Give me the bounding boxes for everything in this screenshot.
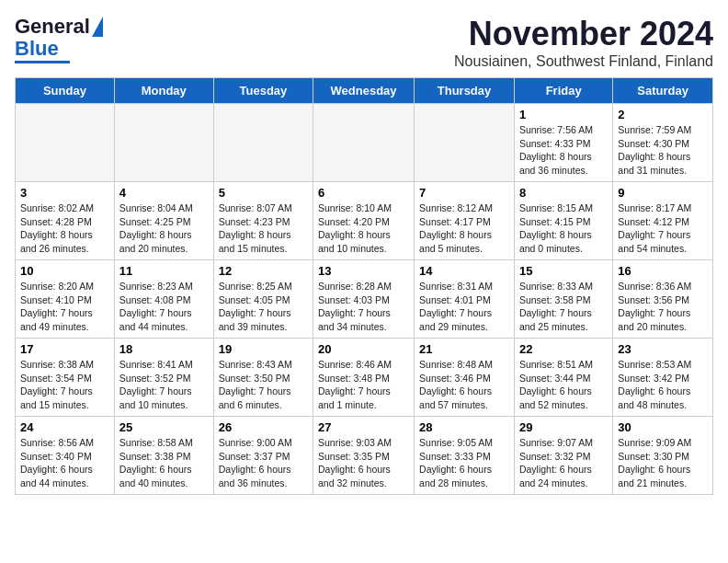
calendar-cell: 6Sunrise: 8:10 AM Sunset: 4:20 PM Daylig… <box>313 182 415 260</box>
day-number: 28 <box>419 420 509 434</box>
day-number: 18 <box>119 342 209 356</box>
day-info: Sunrise: 8:10 AM Sunset: 4:20 PM Dayligh… <box>318 201 409 256</box>
day-info: Sunrise: 8:41 AM Sunset: 3:52 PM Dayligh… <box>119 358 209 412</box>
calendar-cell: 12Sunrise: 8:25 AM Sunset: 4:05 PM Dayli… <box>213 260 313 339</box>
calendar-cell: 14Sunrise: 8:31 AM Sunset: 4:01 PM Dayli… <box>415 260 515 339</box>
day-info: Sunrise: 8:25 AM Sunset: 4:05 PM Dayligh… <box>219 280 308 334</box>
day-number: 22 <box>519 342 608 356</box>
calendar-cell: 28Sunrise: 9:05 AM Sunset: 3:33 PM Dayli… <box>415 417 515 495</box>
day-info: Sunrise: 9:03 AM Sunset: 3:35 PM Dayligh… <box>318 436 409 490</box>
col-header-wednesday: Wednesday <box>313 78 415 104</box>
location-subtitle: Nousiainen, Southwest Finland, Finland <box>454 53 713 70</box>
day-number: 8 <box>519 186 608 200</box>
day-info: Sunrise: 8:17 AM Sunset: 4:12 PM Dayligh… <box>618 201 708 256</box>
calendar-cell <box>313 104 415 182</box>
day-info: Sunrise: 9:00 AM Sunset: 3:37 PM Dayligh… <box>219 436 308 490</box>
logo: General Blue <box>15 15 103 63</box>
calendar-cell: 2Sunrise: 7:59 AM Sunset: 4:30 PM Daylig… <box>613 104 713 182</box>
day-number: 27 <box>318 420 409 434</box>
day-number: 17 <box>20 342 109 356</box>
day-info: Sunrise: 8:46 AM Sunset: 3:48 PM Dayligh… <box>318 358 409 412</box>
calendar-cell: 16Sunrise: 8:36 AM Sunset: 3:56 PM Dayli… <box>613 260 713 339</box>
col-header-monday: Monday <box>114 78 213 104</box>
day-number: 13 <box>318 264 409 278</box>
day-info: Sunrise: 8:36 AM Sunset: 3:56 PM Dayligh… <box>618 280 708 334</box>
calendar-cell: 24Sunrise: 8:56 AM Sunset: 3:40 PM Dayli… <box>16 417 115 495</box>
day-info: Sunrise: 8:28 AM Sunset: 4:03 PM Dayligh… <box>318 280 409 334</box>
day-number: 14 <box>419 264 509 278</box>
day-number: 12 <box>219 264 308 278</box>
calendar-cell: 18Sunrise: 8:41 AM Sunset: 3:52 PM Dayli… <box>114 339 213 417</box>
day-number: 15 <box>519 264 608 278</box>
day-number: 1 <box>519 108 608 121</box>
day-number: 6 <box>318 186 409 200</box>
calendar-cell <box>213 104 313 182</box>
day-number: 5 <box>219 186 308 200</box>
day-number: 25 <box>119 420 209 434</box>
col-header-friday: Friday <box>514 78 612 104</box>
header: General Blue November 2024 Nousiainen, S… <box>15 15 713 70</box>
calendar-cell: 23Sunrise: 8:53 AM Sunset: 3:42 PM Dayli… <box>613 339 713 417</box>
day-number: 30 <box>618 420 708 434</box>
calendar-header-row: SundayMondayTuesdayWednesdayThursdayFrid… <box>16 78 713 104</box>
col-header-saturday: Saturday <box>613 78 713 104</box>
calendar-cell: 1Sunrise: 7:56 AM Sunset: 4:33 PM Daylig… <box>514 104 612 182</box>
calendar-cell: 29Sunrise: 9:07 AM Sunset: 3:32 PM Dayli… <box>514 417 612 495</box>
calendar-cell: 8Sunrise: 8:15 AM Sunset: 4:15 PM Daylig… <box>514 182 612 260</box>
day-info: Sunrise: 8:04 AM Sunset: 4:25 PM Dayligh… <box>119 201 209 256</box>
calendar-cell: 4Sunrise: 8:04 AM Sunset: 4:25 PM Daylig… <box>114 182 213 260</box>
day-number: 16 <box>618 264 708 278</box>
title-section: November 2024 Nousiainen, Southwest Finl… <box>454 15 713 70</box>
calendar-cell: 11Sunrise: 8:23 AM Sunset: 4:08 PM Dayli… <box>114 260 213 339</box>
day-info: Sunrise: 8:58 AM Sunset: 3:38 PM Dayligh… <box>119 436 209 490</box>
day-info: Sunrise: 8:38 AM Sunset: 3:54 PM Dayligh… <box>20 358 109 412</box>
week-row-3: 10Sunrise: 8:20 AM Sunset: 4:10 PM Dayli… <box>16 260 713 339</box>
calendar-cell: 19Sunrise: 8:43 AM Sunset: 3:50 PM Dayli… <box>213 339 313 417</box>
day-number: 2 <box>618 108 708 121</box>
day-number: 9 <box>618 186 708 200</box>
day-info: Sunrise: 9:07 AM Sunset: 3:32 PM Dayligh… <box>519 436 608 490</box>
day-info: Sunrise: 8:33 AM Sunset: 3:58 PM Dayligh… <box>519 280 608 334</box>
calendar-cell: 25Sunrise: 8:58 AM Sunset: 3:38 PM Dayli… <box>114 417 213 495</box>
logo-triangle-icon <box>92 17 103 37</box>
day-info: Sunrise: 8:31 AM Sunset: 4:01 PM Dayligh… <box>419 280 509 334</box>
calendar-cell: 21Sunrise: 8:48 AM Sunset: 3:46 PM Dayli… <box>415 339 515 417</box>
day-number: 21 <box>419 342 509 356</box>
calendar-cell <box>16 104 115 182</box>
day-number: 10 <box>20 264 109 278</box>
day-info: Sunrise: 8:02 AM Sunset: 4:28 PM Dayligh… <box>20 201 109 256</box>
week-row-1: 1Sunrise: 7:56 AM Sunset: 4:33 PM Daylig… <box>16 104 713 182</box>
day-info: Sunrise: 8:15 AM Sunset: 4:15 PM Dayligh… <box>519 201 608 256</box>
week-row-5: 24Sunrise: 8:56 AM Sunset: 3:40 PM Dayli… <box>16 417 713 495</box>
day-info: Sunrise: 9:05 AM Sunset: 3:33 PM Dayligh… <box>419 436 509 490</box>
calendar-cell: 10Sunrise: 8:20 AM Sunset: 4:10 PM Dayli… <box>16 260 115 339</box>
day-info: Sunrise: 8:20 AM Sunset: 4:10 PM Dayligh… <box>20 280 109 334</box>
day-info: Sunrise: 8:48 AM Sunset: 3:46 PM Dayligh… <box>419 358 509 412</box>
day-info: Sunrise: 8:12 AM Sunset: 4:17 PM Dayligh… <box>419 201 509 256</box>
calendar-cell: 30Sunrise: 9:09 AM Sunset: 3:30 PM Dayli… <box>613 417 713 495</box>
calendar-cell: 9Sunrise: 8:17 AM Sunset: 4:12 PM Daylig… <box>613 182 713 260</box>
calendar-table: SundayMondayTuesdayWednesdayThursdayFrid… <box>15 77 713 495</box>
col-header-sunday: Sunday <box>16 78 115 104</box>
day-info: Sunrise: 8:23 AM Sunset: 4:08 PM Dayligh… <box>119 280 209 334</box>
day-info: Sunrise: 7:56 AM Sunset: 4:33 PM Dayligh… <box>519 123 608 178</box>
calendar-cell: 5Sunrise: 8:07 AM Sunset: 4:23 PM Daylig… <box>213 182 313 260</box>
day-number: 3 <box>20 186 109 200</box>
day-number: 23 <box>618 342 708 356</box>
day-number: 24 <box>20 420 109 434</box>
day-number: 11 <box>119 264 209 278</box>
calendar-cell: 22Sunrise: 8:51 AM Sunset: 3:44 PM Dayli… <box>514 339 612 417</box>
logo-blue: Blue <box>15 39 59 59</box>
day-number: 4 <box>119 186 209 200</box>
calendar-cell: 26Sunrise: 9:00 AM Sunset: 3:37 PM Dayli… <box>213 417 313 495</box>
calendar-cell: 20Sunrise: 8:46 AM Sunset: 3:48 PM Dayli… <box>313 339 415 417</box>
week-row-4: 17Sunrise: 8:38 AM Sunset: 3:54 PM Dayli… <box>16 339 713 417</box>
day-info: Sunrise: 8:56 AM Sunset: 3:40 PM Dayligh… <box>20 436 109 490</box>
day-info: Sunrise: 8:51 AM Sunset: 3:44 PM Dayligh… <box>519 358 608 412</box>
day-info: Sunrise: 8:53 AM Sunset: 3:42 PM Dayligh… <box>618 358 708 412</box>
logo-underline <box>15 61 70 63</box>
day-info: Sunrise: 8:43 AM Sunset: 3:50 PM Dayligh… <box>219 358 308 412</box>
calendar-cell <box>114 104 213 182</box>
calendar-cell: 13Sunrise: 8:28 AM Sunset: 4:03 PM Dayli… <box>313 260 415 339</box>
col-header-tuesday: Tuesday <box>213 78 313 104</box>
